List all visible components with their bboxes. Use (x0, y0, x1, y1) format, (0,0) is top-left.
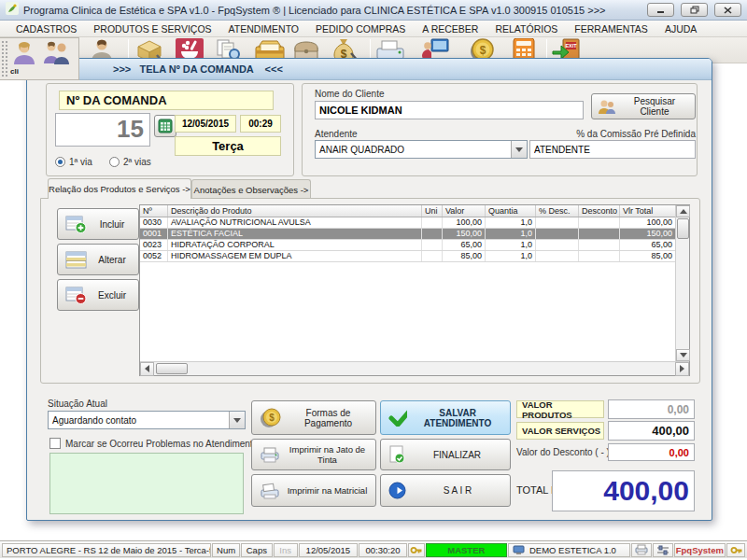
menu-relatorios[interactable]: RELATÓRIOS (486, 23, 566, 35)
table-hscrollbar[interactable] (140, 361, 689, 375)
tab-notes-observations[interactable]: Anotações e Observações -> (191, 179, 311, 199)
exit-dialog-button[interactable]: S A I R (380, 474, 511, 507)
items-table: Nº Descrição do Produto Uni Valor Quanti… (139, 204, 690, 376)
edit-item-button[interactable]: Alterar (57, 244, 139, 275)
application-window: Programa Clinica de Estética e SPA v1.0 … (0, 0, 747, 560)
search-client-button[interactable]: Pesquisar Cliente (591, 93, 696, 119)
problems-checkbox[interactable]: Marcar se Ocorreu Problemas no Atendimen… (49, 438, 258, 449)
client-name-label: Nome do Cliente (315, 89, 384, 99)
menu-a-receber[interactable]: A RECEBER (414, 23, 486, 35)
discount-label: Valor do Desconto ( - ) (516, 447, 610, 457)
menu-ajuda[interactable]: AJUDA (656, 23, 705, 35)
via1-radio[interactable]: 1ª via (55, 155, 92, 168)
comanda-label: Nº DA COMANDA (59, 91, 274, 110)
table-header: Nº Descrição do Produto Uni Valor Quanti… (140, 205, 689, 217)
comanda-lookup-button[interactable] (154, 115, 176, 137)
table-vscrollbar[interactable] (675, 205, 689, 361)
coins-icon: $ (260, 408, 282, 428)
people-search-icon (598, 99, 615, 115)
client-woman-icon[interactable] (11, 40, 37, 68)
scroll-left-arrow[interactable] (140, 362, 154, 376)
add-row-icon (65, 216, 87, 233)
problems-notes-textarea[interactable] (49, 453, 244, 514)
products-value-label: VALOR PRODUTOS (516, 400, 604, 418)
status-user: MASTER (426, 543, 507, 557)
comanda-weekday: Terça (175, 136, 281, 156)
tab-products-services[interactable]: Relação dos Produtos e Serviços -> (48, 178, 191, 199)
chevron-down-icon[interactable] (229, 412, 245, 428)
status-num-lock: Num (212, 543, 240, 557)
commission-label: % da Comissão Pré Definida (529, 129, 696, 139)
comanda-dialog: >>> TELA Nº DA COMANDA <<< Nº DA COMANDA… (26, 58, 712, 521)
client-name-input[interactable] (315, 101, 584, 119)
calendar-grid-icon (158, 119, 173, 133)
radio-icon (109, 157, 120, 167)
menu-cadastros[interactable]: CADASTROS (7, 23, 85, 35)
scroll-right-arrow[interactable] (675, 362, 689, 376)
matrix-printer-icon (260, 483, 280, 499)
comanda-date[interactable]: 12/05/2015 (175, 115, 236, 133)
print-inkjet-button[interactable]: Imprimir na Jato de Tinta (251, 439, 376, 470)
delete-item-button[interactable]: Excluir (57, 279, 139, 311)
save-attendance-button[interactable]: SALVAR ATENDIMENTO (380, 400, 511, 435)
vscroll-thumb[interactable] (677, 218, 689, 239)
close-button[interactable] (714, 3, 741, 17)
status-location: PORTO ALEGRE - RS 12 de Maio de 2015 - T… (2, 543, 211, 557)
toolbar-clients-button[interactable]: cli (0, 37, 79, 80)
exit-arrow-icon (388, 482, 406, 499)
key-icon (408, 543, 425, 557)
menu-bar: CADASTROS PRODUTOS E SERVIÇOS ATENDIMENT… (0, 21, 747, 37)
edit-row-icon (65, 251, 87, 269)
attendant-select[interactable]: ANAIR QUADRADO (315, 140, 528, 159)
menu-ferramentas[interactable]: FERRAMENTAS (566, 23, 656, 35)
scroll-up-arrow[interactable] (676, 205, 690, 217)
table-row-selected[interactable]: 0001ESTÉTICA FACIAL150,001,0150,00 (140, 229, 689, 240)
print-matrix-button[interactable]: Imprimir na Matricial (251, 474, 376, 507)
window-titlebar: Programa Clinica de Estética e SPA v1.0 … (0, 0, 747, 21)
monitor-icon (513, 545, 525, 555)
chevron-down-icon[interactable] (511, 141, 527, 158)
radio-selected-icon (55, 157, 65, 167)
menu-produtos-servicos[interactable]: PRODUTOS E SERVIÇOS (85, 23, 219, 35)
svg-text:$: $ (269, 413, 275, 423)
situation-label: Situação Atual (48, 399, 107, 409)
discount-value-field[interactable]: 0,00 (608, 443, 695, 461)
products-value-field[interactable]: 0,00 (608, 399, 695, 419)
menu-pedido-compras[interactable]: PEDIDO COMPRAS (307, 23, 414, 35)
table-row[interactable]: 0052HIDROMASSAGEM EM DUPLA85,001,085,00 (140, 251, 689, 262)
clients-pair-icon-partial[interactable] (41, 40, 78, 68)
add-item-button[interactable]: Incluir (57, 208, 139, 240)
table-row[interactable]: 0030AVALIAÇÃO NUTRICIONAL AVULSA100,001,… (140, 217, 689, 229)
status-insert: Ins (274, 543, 298, 557)
payment-methods-button[interactable]: $Formas de Pagamento (251, 400, 376, 435)
via2-radio[interactable]: 2ª vias (109, 155, 151, 168)
attendant-label: Atendente (315, 129, 358, 139)
settings-sliders-icon[interactable] (653, 543, 673, 557)
finalize-button[interactable]: FINALIZAR (380, 439, 511, 470)
commission-input[interactable] (529, 140, 696, 159)
toolbar-grip-handle[interactable] (1, 40, 7, 77)
window-title: Programa Clinica de Estética e SPA v1.0 … (23, 5, 641, 16)
services-value-field[interactable]: 400,00 (608, 421, 695, 441)
services-value-label: VALOR SERVIÇOS (516, 422, 604, 440)
status-time: 00:30:20 (359, 543, 407, 557)
printer-icon[interactable] (631, 543, 652, 557)
comanda-time[interactable]: 00:29 (240, 115, 281, 133)
hscroll-thumb[interactable] (156, 363, 188, 374)
status-date: 12/05/2015 (299, 543, 359, 557)
restore-button[interactable] (681, 3, 708, 17)
delete-row-icon (65, 287, 87, 304)
svg-text:$: $ (480, 44, 486, 57)
scroll-down-arrow[interactable] (676, 349, 690, 361)
comanda-number-field[interactable]: 15 (55, 113, 150, 147)
table-row[interactable]: 0023HIDRATAÇÃO CORPORAL65,001,065,00 (140, 240, 689, 251)
status-license: DEMO ESTETICA 1.0 (508, 543, 630, 557)
situation-select[interactable]: Aguardando contato (48, 411, 246, 429)
status-brand: FpqSystem (674, 543, 726, 557)
menu-atendimento[interactable]: ATENDIMENTO (220, 23, 307, 35)
minimize-button[interactable] (647, 3, 674, 17)
dialog-title: >>> TELA Nº DA COMANDA <<< (27, 59, 712, 80)
key-icon (726, 543, 745, 557)
status-bar: PORTO ALEGRE - RS 12 de Maio de 2015 - T… (0, 540, 747, 558)
total-value-field[interactable]: 400,00 (552, 470, 695, 511)
